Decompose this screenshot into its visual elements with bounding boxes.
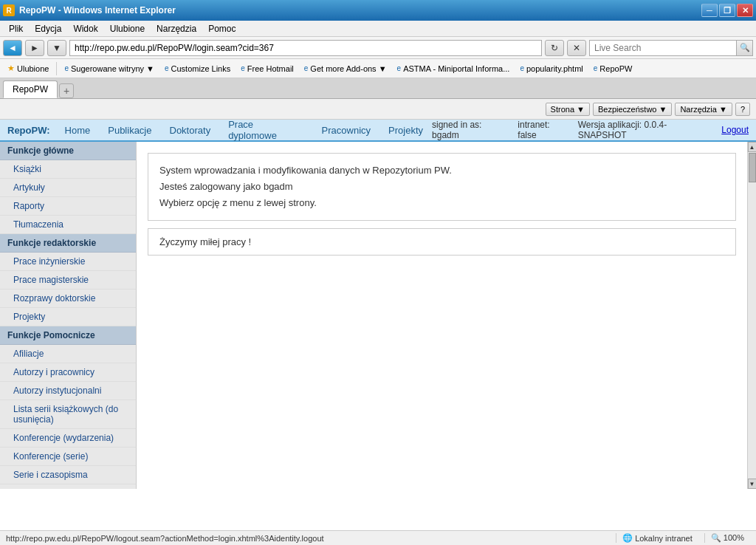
toolbar-row: Strona ▼ Bezpieczeństwo ▼ Narzędzia ▼ ? — [0, 99, 756, 120]
forward-button[interactable]: ► — [25, 40, 44, 56]
ie-icon: e — [64, 64, 69, 72]
main-layout: Funkcje główne Książki Artykuły Raporty … — [0, 142, 756, 489]
nav-home[interactable]: Home — [56, 122, 100, 139]
sidebar-item-tlumaczenia[interactable]: Tłumaczenia — [0, 216, 136, 234]
menu-widok[interactable]: Widok — [67, 22, 103, 35]
bookmark-astma[interactable]: e ASTMA - Miniportal Informa... — [393, 61, 515, 76]
address-bar: ◄ ► ▼ ↻ ✕ 🔍 — [0, 37, 756, 59]
sidebar: Funkcje główne Książki Artykuły Raporty … — [0, 142, 137, 489]
restore-button[interactable]: ❐ — [719, 4, 735, 17]
sidebar-item-lista-serii[interactable]: Lista serii książkowych (do usunięcia) — [0, 400, 136, 429]
menu-narzedzia[interactable]: Narzędzia — [151, 22, 202, 35]
app-icon: R — [3, 4, 15, 16]
nav-projekty[interactable]: Projekty — [379, 122, 432, 139]
new-tab-button[interactable]: + — [59, 83, 74, 98]
sidebar-item-rozprawy[interactable]: Rozprawy doktorskie — [0, 289, 136, 308]
refresh-button[interactable]: ↻ — [545, 40, 564, 56]
sidebar-item-autorzy-pracownicy[interactable]: Autorzy i pracownicy — [0, 363, 136, 382]
scroll-up-button[interactable]: ▲ — [748, 142, 757, 152]
info-line1: System wprowadzania i modyfikowania dany… — [159, 162, 724, 179]
tab-bar: RepoPW + — [0, 78, 756, 99]
help-button[interactable]: ? — [735, 103, 750, 116]
nav-prace-dyplomowe[interactable]: Prace dyplomowe — [219, 116, 312, 144]
title-bar: R RepoPW - Windows Internet Explorer ─ ❐… — [0, 0, 756, 21]
bookmark-ulubione[interactable]: ★ Ulubione — [3, 61, 53, 76]
signed-in-text: signed in as: bgadm — [432, 120, 510, 140]
menu-pomoc[interactable]: Pomoc — [202, 22, 241, 35]
sidebar-item-prace-magisterskie[interactable]: Prace magisterskie — [0, 271, 136, 289]
narzedzia-button[interactable]: Narzędzia ▼ — [675, 103, 732, 116]
sidebar-editorial-header: Funkcje redaktorskie — [0, 234, 136, 253]
nav-right: signed in as: bgadm intranet: false Wers… — [432, 120, 749, 140]
nav-publikacje[interactable]: Publikacje — [99, 122, 160, 139]
ie-icon-2: e — [165, 64, 169, 72]
sidebar-item-konferencje-wydarzenia[interactable]: Konferencje (wydarzenia) — [0, 429, 136, 448]
ie-icon-6: e — [520, 64, 524, 72]
bookmark-customize[interactable]: e Customize Links — [160, 61, 235, 76]
minimize-button[interactable]: ─ — [701, 4, 718, 17]
sidebar-item-autorzy-instytucjonalni[interactable]: Autorzy instytucjonalni — [0, 382, 136, 400]
dropdown-button[interactable]: ▼ — [47, 40, 66, 56]
sidebar-helper-header: Funkcje Pomocnicze — [0, 326, 136, 345]
scroll-track — [748, 152, 757, 479]
sidebar-item-projekty[interactable]: Projekty — [0, 308, 136, 326]
ie-icon-5: e — [397, 64, 402, 72]
close-button[interactable]: ✕ — [737, 4, 753, 17]
window-controls: ─ ❐ ✕ — [701, 4, 753, 17]
ie-icon-4: e — [304, 64, 309, 72]
search-input[interactable] — [589, 40, 737, 56]
bookmark-separator — [56, 62, 57, 75]
sidebar-item-artykuly[interactable]: Artykuły — [0, 179, 136, 197]
content-area: System wprowadzania i modyfikowania dany… — [137, 142, 747, 489]
info-box: System wprowadzania i modyfikowania dany… — [148, 153, 736, 221]
app-nav: RepoPW: Home Publikacje Doktoraty Prace … — [0, 120, 756, 142]
nav-pracownicy[interactable]: Pracownicy — [313, 122, 379, 139]
bookmark-popularity[interactable]: e popularity.phtml — [515, 61, 587, 76]
sidebar-item-raporty[interactable]: Raporty — [0, 197, 136, 216]
star-icon: ★ — [7, 64, 15, 73]
bookmark-addons[interactable]: e Get more Add-ons ▼ — [300, 61, 391, 76]
tab-repopw[interactable]: RepoPW — [3, 80, 58, 98]
right-scrollbar: ▲ ▼ — [747, 142, 756, 489]
bookmark-repopw[interactable]: e RepoPW — [589, 61, 637, 76]
app-brand: RepoPW: — [7, 125, 50, 136]
sidebar-item-afiliacje[interactable]: Afiliacje — [0, 345, 136, 363]
sidebar-item-serie-czasopisma[interactable]: Serie i czasopisma — [0, 466, 136, 484]
bookmark-hotmail[interactable]: e Free Hotmail — [236, 61, 298, 76]
strona-button[interactable]: Strona ▼ — [546, 103, 590, 116]
menu-plik[interactable]: Plik — [3, 22, 29, 35]
info-line3: Wybierz opcję z menu z lewej strony. — [159, 195, 724, 211]
search-button[interactable]: 🔍 — [737, 40, 753, 56]
logout-button[interactable]: Logout — [721, 125, 749, 135]
stop-button[interactable]: ✕ — [567, 40, 586, 56]
welcome-box: Życzymy miłej pracy ! — [148, 228, 736, 256]
bezpieczenstwo-button[interactable]: Bezpieczeństwo ▼ — [593, 103, 672, 116]
search-wrapper: 🔍 — [589, 40, 753, 56]
version-text: Wersja aplikacji: 0.0.4-SNAPSHOT — [578, 120, 715, 140]
nav-doktoraty[interactable]: Doktoraty — [161, 122, 220, 139]
bookmark-suggested[interactable]: e Sugerowane witryny ▼ — [60, 61, 159, 76]
address-input[interactable] — [69, 40, 542, 56]
menu-edycja[interactable]: Edycja — [29, 22, 67, 35]
bookmarks-bar: ★ Ulubione e Sugerowane witryny ▼ e Cust… — [0, 59, 756, 78]
back-button[interactable]: ◄ — [3, 40, 22, 56]
info-line2: Jesteś zalogowany jako bgadm — [159, 179, 724, 195]
menu-bar: Plik Edycja Widok Ulubione Narzędzia Pom… — [0, 21, 756, 37]
sidebar-item-ksiazki[interactable]: Książki — [0, 160, 136, 179]
ie-icon-3: e — [241, 64, 245, 72]
ie-icon-7: e — [594, 64, 598, 72]
welcome-text: Życzymy miłej pracy ! — [159, 236, 251, 247]
scroll-down-button[interactable]: ▼ — [748, 479, 757, 489]
window-title: RepoPW - Windows Internet Explorer — [19, 5, 701, 16]
scroll-thumb[interactable] — [749, 153, 756, 182]
sidebar-item-konferencje-serie[interactable]: Konferencje (serie) — [0, 448, 136, 466]
sidebar-item-prace-inzynierskie[interactable]: Prace inżynierskie — [0, 253, 136, 271]
intranet-text: intranet: false — [518, 120, 570, 140]
sidebar-main-header: Funkcje główne — [0, 142, 136, 160]
menu-ulubione[interactable]: Ulubione — [104, 22, 151, 35]
